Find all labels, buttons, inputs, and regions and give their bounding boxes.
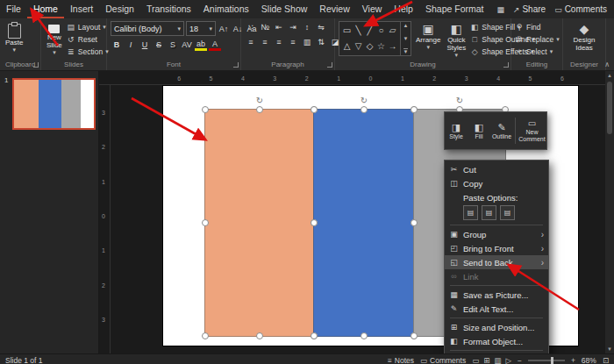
font-dialog-launcher-icon[interactable]	[233, 62, 239, 68]
context-menu-item-group[interactable]: ▣Group›	[445, 227, 548, 241]
shape-gallery-item[interactable]: ▭	[343, 25, 351, 35]
selection-handle[interactable]	[256, 332, 263, 339]
shape-gallery-item[interactable]: ○	[378, 25, 383, 35]
font-color-button[interactable]: A	[209, 38, 221, 51]
selection-handle[interactable]	[202, 219, 209, 226]
align-center-button[interactable]: ≡	[259, 36, 271, 48]
shape-gallery-item[interactable]: △	[344, 41, 351, 51]
italic-button[interactable]: I	[125, 39, 137, 51]
context-menu-item-cut[interactable]: ✂Cut	[445, 162, 548, 176]
reading-view-button[interactable]: ▥	[494, 356, 501, 364]
selection-handle[interactable]	[311, 106, 318, 113]
align-right-button[interactable]: ≡	[273, 36, 285, 48]
selection-handle[interactable]	[311, 332, 318, 339]
scroll-down-icon[interactable]: ▼	[607, 346, 612, 352]
new-slide-button[interactable]: New Slide ▾	[45, 21, 64, 56]
gallery-more-icon[interactable]: ▼	[403, 48, 409, 54]
picture-paste-icon[interactable]: ▤	[500, 205, 515, 220]
highlight-color-button[interactable]: ab	[195, 38, 207, 51]
share-button[interactable]: ↗ Share	[513, 4, 546, 14]
context-menu-item-format-object[interactable]: ◧Format Object...	[445, 334, 548, 348]
clipboard-dialog-launcher-icon[interactable]	[33, 62, 39, 68]
collapse-ribbon-button[interactable]: ∧	[604, 61, 610, 68]
selection-handle[interactable]	[311, 219, 318, 226]
select-button[interactable]: ⌖Select▾	[515, 46, 560, 57]
menu-tab-insert[interactable]: Insert	[64, 0, 99, 18]
menu-tab-view[interactable]: View	[356, 0, 389, 18]
context-menu-item-save-as-picture[interactable]: ▦Save as Picture...	[445, 288, 548, 302]
replace-button[interactable]: ⇄Replace▾	[515, 33, 560, 45]
menu-tab-slide-show[interactable]: Slide Show	[255, 0, 314, 18]
fill-button[interactable]: ◧Fill	[468, 122, 490, 139]
align-text-button[interactable]: ⇅	[315, 36, 327, 48]
increase-font-size-button[interactable]: A↑	[218, 23, 230, 35]
justify-button[interactable]: ≡	[287, 36, 299, 48]
text-shadow-button[interactable]: S	[167, 39, 179, 51]
selection-handle[interactable]	[361, 332, 368, 339]
context-menu-item-edit-alt-text[interactable]: ✎Edit Alt Text...	[445, 302, 548, 316]
slideshow-view-button[interactable]: ▷	[505, 356, 511, 364]
zoom-slider-thumb[interactable]	[551, 357, 553, 364]
comments-button-status[interactable]: ▭ Comments	[420, 356, 466, 364]
selection-handle[interactable]	[202, 332, 209, 339]
find-button[interactable]: ⚲Find	[515, 21, 560, 32]
selection-handle[interactable]	[361, 106, 368, 113]
slide-sorter-view-button[interactable]: ⊞	[483, 356, 489, 364]
arrange-button[interactable]: ▣ Arrange ▾	[414, 21, 442, 51]
character-spacing-button[interactable]: AV	[181, 39, 193, 51]
selection-handle[interactable]	[411, 106, 418, 113]
underline-button[interactable]: U	[139, 39, 151, 51]
rotation-handle[interactable]: ↻	[256, 96, 263, 105]
section-button[interactable]: ≣Section▾	[67, 46, 109, 57]
selection-handle[interactable]	[411, 219, 418, 226]
bold-button[interactable]: B	[111, 39, 123, 51]
align-left-button[interactable]: ≡	[245, 36, 257, 48]
context-menu-item-send-to-back[interactable]: ◱Send to Back›	[445, 255, 548, 269]
comments-button[interactable]: ▭ Comments	[554, 4, 607, 14]
blue-rectangle[interactable]: ↻	[313, 109, 415, 337]
selection-handle[interactable]	[256, 106, 263, 113]
outline-button[interactable]: ✎Outline	[490, 122, 513, 139]
zoom-out-button[interactable]: −	[518, 356, 522, 364]
new-comment-button[interactable]: ▭ New Comment	[518, 118, 546, 144]
menu-tab-animations[interactable]: Animations	[197, 0, 255, 18]
shape-gallery-item[interactable]: →	[389, 41, 397, 51]
reset-button[interactable]: ↺Reset	[67, 33, 109, 45]
context-menu-item-bring-to-front[interactable]: ◰Bring to Front›	[445, 241, 548, 255]
vertical-scrollbar[interactable]: ▲ ▼	[605, 71, 614, 353]
zoom-slider[interactable]	[528, 360, 565, 361]
shape-gallery-item[interactable]: ▱	[389, 25, 396, 35]
menu-tab-design[interactable]: Design	[99, 0, 140, 18]
zoom-level[interactable]: 68%	[582, 356, 596, 364]
scrollbar-thumb[interactable]	[607, 82, 612, 134]
line-spacing-button[interactable]: ↕	[301, 21, 313, 33]
paste-button[interactable]: Paste ▾	[4, 21, 25, 54]
normal-view-button[interactable]: ▭	[472, 356, 479, 364]
menu-tab-file[interactable]: File	[0, 0, 27, 18]
rotation-handle[interactable]: ↻	[361, 96, 368, 105]
design-ideas-button[interactable]: ◆ Design Ideas	[567, 21, 602, 53]
shape-gallery-item[interactable]: ◇	[367, 41, 374, 51]
add-remove-columns-button[interactable]: ▥	[301, 36, 313, 48]
gallery-scroll-up-icon[interactable]: ▲	[403, 23, 409, 28]
shape-gallery-item[interactable]: ╲	[355, 25, 361, 35]
rotation-handle[interactable]: ↻	[456, 96, 463, 105]
selection-handle[interactable]	[411, 332, 418, 339]
menu-tab-transitions[interactable]: Transitions	[140, 0, 197, 18]
shape-gallery-item[interactable]: ▽	[355, 41, 362, 51]
layout-button[interactable]: ▤Layout▾	[67, 21, 109, 32]
ribbon-display-options-icon[interactable]: ▦	[496, 5, 504, 14]
menu-tab-help[interactable]: Help	[388, 0, 419, 18]
style-button[interactable]: ◨Style	[445, 122, 468, 139]
keep-source-formatting-paste-icon[interactable]: ▤	[482, 205, 496, 220]
increase-indent-button[interactable]: ⇥	[287, 21, 299, 33]
use-destination-theme-paste-icon[interactable]: ▤	[463, 205, 478, 220]
selection-handle[interactable]	[202, 106, 209, 113]
font-name-combo[interactable]: Calibri (Body) ▾	[111, 21, 184, 36]
numbering-button[interactable]: №	[259, 21, 271, 33]
zoom-in-button[interactable]: +	[571, 356, 575, 364]
slide-1-thumbnail[interactable]	[12, 78, 96, 130]
menu-tab-shape-format[interactable]: Shape Format	[419, 0, 490, 18]
text-direction-button[interactable]: ⇋	[315, 21, 327, 33]
paragraph-dialog-launcher-icon[interactable]	[327, 62, 332, 68]
